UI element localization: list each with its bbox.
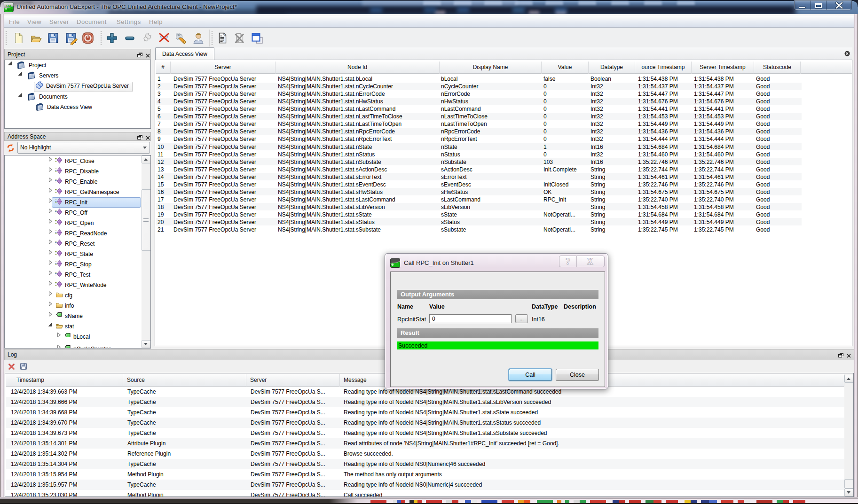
svg-text:?: ? xyxy=(566,256,570,266)
svg-text:UA: UA xyxy=(6,4,12,8)
svg-text:X: X xyxy=(587,257,593,266)
